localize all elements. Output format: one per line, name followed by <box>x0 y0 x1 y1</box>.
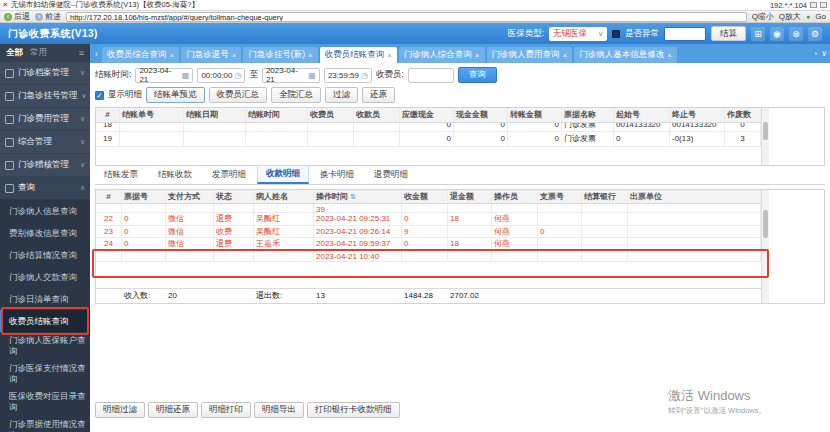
back-button[interactable]: ‹ 后退 <box>4 11 30 22</box>
table-row-highlighted[interactable]: 24 0 微信 退费 王嘉禾 2023-04-21 09:59:37 0 18 … <box>96 238 761 251</box>
close-icon[interactable]: × <box>3 1 8 9</box>
power-icon[interactable]: ⊗ <box>789 27 803 41</box>
settle-button[interactable]: 结算 <box>711 26 746 41</box>
column-header[interactable]: 结账日期 <box>184 108 246 122</box>
apps-icon[interactable]: ⊞ <box>751 27 765 41</box>
tab-list-dropdown-icon[interactable]: ∨ <box>821 49 827 58</box>
column-header[interactable]: 退金额 <box>448 190 492 204</box>
sidebar-item-cashier-checkout-query[interactable]: 收费员结账查询 <box>0 310 90 332</box>
column-header[interactable]: 现金金额 <box>454 108 508 122</box>
user-icon[interactable]: ◉ <box>770 27 784 41</box>
column-header[interactable]: 收款员 <box>354 108 400 122</box>
show-detail-checkbox[interactable]: ✓ <box>95 91 104 100</box>
column-header[interactable]: 结算银行 <box>582 190 628 204</box>
insurance-type-select[interactable]: 无锡医保 ∨ <box>549 27 607 41</box>
go-button[interactable]: Go <box>815 12 826 21</box>
column-header[interactable]: 操作员 <box>492 190 538 204</box>
detail-tab-checkout-receipt[interactable]: 结账收款 <box>149 166 201 184</box>
column-header[interactable]: 收费员 <box>308 108 354 122</box>
tab-scroll-left-icon[interactable]: ‹ <box>93 49 100 59</box>
tab-patient-fee-query[interactable]: 门诊病人费用查询 × <box>487 47 573 63</box>
cashier-summary-button[interactable]: 收费员汇总 <box>209 87 268 103</box>
column-header[interactable]: 应缴现金 <box>400 108 454 122</box>
sidebar-item-daily-list-query[interactable]: 门诊日清单查询 <box>0 288 90 310</box>
sidebar-group-archive[interactable]: 门诊档案管理 ∨ <box>0 62 90 85</box>
table-row[interactable]: 22 0 微信 退费 吴酶红 2023-04-21 09:25:31 0 18 … <box>96 213 761 226</box>
tab-close-icon[interactable]: × <box>308 51 313 60</box>
sidebar-group-query[interactable]: 查询 ∧ <box>0 177 90 200</box>
sidebar-item-insurance-catalog-query[interactable]: 医保收费对应目录查询 <box>0 388 90 416</box>
column-header[interactable]: 结账单号 <box>120 108 184 122</box>
column-header[interactable]: 票据号 <box>122 190 166 204</box>
column-header[interactable]: 状态 <box>214 190 254 204</box>
gear-icon[interactable]: ⚙ <box>808 27 822 41</box>
column-header[interactable]: # <box>96 108 120 122</box>
zoom-in-button[interactable]: Q放大 <box>779 11 801 22</box>
receipt-detail-table-scrollbar[interactable] <box>761 190 769 303</box>
column-header[interactable]: 转账金额 <box>508 108 562 122</box>
column-header[interactable]: 终止号 <box>670 108 725 122</box>
tab-patient-info-edit[interactable]: 门诊病人基本信息修改 × <box>574 47 677 63</box>
settlement-table-scrollbar[interactable] <box>761 108 769 165</box>
sidebar-group-registration[interactable]: 门急诊挂号管理 ∨ <box>0 85 90 108</box>
sidebar-item-fee-type-change-query[interactable]: 费别修改信息查询 <box>0 222 90 244</box>
sidebar-group-management[interactable]: 综合管理 ∨ <box>0 131 90 154</box>
tab-close-icon[interactable]: × <box>475 51 480 60</box>
detail-restore-button[interactable]: 明细还原 <box>148 402 198 418</box>
detail-tab-checkout-invoice[interactable]: 结账发票 <box>95 166 147 184</box>
tab-close-icon[interactable]: × <box>667 51 672 60</box>
sidebar-item-insurance-account-query[interactable]: 门诊病人医保账户查询 <box>0 332 90 360</box>
scrollbar-thumb[interactable] <box>763 122 768 140</box>
abnormal-input[interactable] <box>664 27 706 41</box>
search-button[interactable]: 查询 <box>458 67 497 83</box>
checkout-preview-button[interactable]: 结账单预览 <box>146 87 205 103</box>
zoom-out-button[interactable]: Q缩小 <box>752 11 774 22</box>
table-row[interactable]: 19 0 0 0 门诊发票 0 -0( <box>96 132 761 147</box>
column-header-time[interactable]: 操作时间 ⇅ <box>314 190 402 204</box>
detail-print-button[interactable]: 明细打印 <box>201 402 251 418</box>
filter-button[interactable]: 过滤 <box>325 87 358 103</box>
sidebar-item-settlement-status-query[interactable]: 门诊结算情况查询 <box>0 244 90 266</box>
column-header[interactable]: 支票号 <box>538 190 582 204</box>
date-from-input[interactable]: 2023-04-21 ▦ <box>135 68 193 83</box>
column-header[interactable]: 出票单位 <box>628 190 761 204</box>
minimize-icon[interactable] <box>810 2 817 8</box>
url-input[interactable]: http://172.20.18.106/his-mzsf/app/#/quer… <box>66 12 747 22</box>
column-header[interactable]: 支付方式 <box>166 190 214 204</box>
tab-cashier-summary[interactable]: 收费员综合查询 × <box>102 47 179 63</box>
sidebar-group-audit[interactable]: 门诊稽核管理 ∨ <box>0 154 90 177</box>
hospital-summary-button[interactable]: 全院汇总 <box>271 87 321 103</box>
column-header[interactable]: 收金额 <box>402 190 448 204</box>
table-row[interactable]: 18 0 0 0 门诊发票 0014133320 <box>96 123 761 133</box>
tab-close-icon[interactable]: × <box>387 51 392 60</box>
column-header[interactable]: 病人姓名 <box>254 190 314 204</box>
column-header[interactable]: 结账时间 <box>246 108 308 122</box>
sidebar-item-insurance-payment-query[interactable]: 门诊医保支付情况查询 <box>0 360 90 388</box>
column-header[interactable]: 起始号 <box>614 108 670 122</box>
tab-return-registration[interactable]: 门急诊退号 × <box>181 47 241 63</box>
table-row[interactable]: 23 0 微信 收费 吴酶红 2023-04-21 09:26:14 9 何燕 … <box>96 226 761 239</box>
detail-tab-invoice-detail[interactable]: 发票明细 <box>203 166 255 184</box>
forward-button[interactable]: › 前进 <box>35 11 61 22</box>
menu-icon[interactable]: ≡ <box>79 48 84 58</box>
detail-tab-refund-detail[interactable]: 退费明细 <box>365 166 417 184</box>
tab-registration-new[interactable]: 门急诊挂号(新) × <box>243 47 317 63</box>
sort-icon[interactable]: ⇅ <box>350 192 356 202</box>
tab-close-icon[interactable]: × <box>563 51 568 60</box>
sidebar-tab-all[interactable]: 全部 <box>6 47 23 59</box>
tab-close-icon[interactable]: × <box>170 51 175 60</box>
column-header[interactable]: # <box>96 190 122 204</box>
sidebar-item-patient-payment-query[interactable]: 门诊病人交款查询 <box>0 266 90 288</box>
maximize-icon[interactable] <box>820 2 827 8</box>
time-from-input[interactable]: 00:00:00 ◷ <box>197 68 245 83</box>
tab-cashier-checkout-query[interactable]: 收费员结账查询 × <box>320 47 397 63</box>
sidebar-item-invoice-usage-query[interactable]: 门诊票据使用情况查询 <box>0 416 90 432</box>
column-header[interactable]: 票据名称 <box>562 108 614 122</box>
print-bank-card-detail-button[interactable]: 打印银行卡收款明细 <box>307 402 400 418</box>
sidebar-group-fee[interactable]: 门诊费用管理 ∨ <box>0 108 90 131</box>
restore-button[interactable]: 还原 <box>362 87 395 103</box>
column-header[interactable]: 作废数 <box>725 108 761 122</box>
detail-tab-card-change-detail[interactable]: 换卡明细 <box>311 166 363 184</box>
tab-scroll-right-icon[interactable]: › <box>814 49 817 58</box>
abnormal-checkbox[interactable] <box>612 30 620 38</box>
